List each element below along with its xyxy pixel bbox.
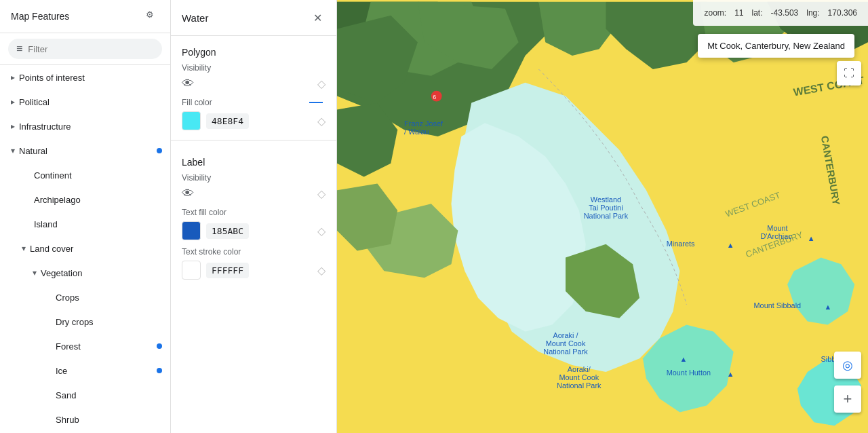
svg-text:▲: ▲: [825, 303, 832, 311]
svg-text:D'Archiac: D'Archiac: [760, 232, 792, 240]
sidebar-header: Map Features ⚙: [0, 0, 170, 33]
feature-panel: Water ✕ Polygon Visibility 👁 ◇ Fill colo…: [171, 0, 337, 433]
text-stroke-diamond[interactable]: ◇: [317, 264, 326, 277]
sidebar-item-points-of-interest[interactable]: ▸Points of interest: [0, 65, 170, 90]
sidebar-item-political[interactable]: ▸Political: [0, 90, 170, 114]
sidebar-item-continent[interactable]: Continent: [0, 163, 170, 187]
label-section-label: Label: [171, 146, 336, 170]
text-fill-color-swatch[interactable]: [182, 221, 201, 240]
fill-color-label: Fill color: [182, 98, 212, 107]
sidebar-item-island[interactable]: Island: [0, 212, 170, 236]
sidebar-item-natural[interactable]: ▾Natural: [0, 138, 170, 163]
zoom-label: zoom:: [704, 8, 726, 18]
fill-color-diamond[interactable]: ◇: [317, 115, 326, 128]
text-stroke-color-row: FFFFFF ◇: [171, 257, 336, 284]
zoom-in-button[interactable]: +: [834, 385, 861, 413]
sidebar-item-label: Natural: [19, 146, 47, 156]
close-button[interactable]: ✕: [309, 10, 326, 26]
sidebar-item-vegetation[interactable]: ▾Vegetation: [0, 261, 170, 285]
sidebar-item-sand[interactable]: Sand: [0, 383, 170, 407]
filter-input[interactable]: [28, 44, 154, 54]
filter-icon: ≡: [16, 43, 22, 55]
sidebar-item-dry-crops[interactable]: Dry crops: [0, 309, 170, 334]
svg-text:/ Waiau: / Waiau: [404, 128, 429, 136]
sidebar-item-label: Ice: [56, 366, 67, 376]
sidebar-item-label: Island: [34, 219, 58, 229]
fill-color-value[interactable]: 48E8F4: [206, 113, 249, 129]
map-topbar: zoom: 11 lat: -43.503 lng: 170.306: [693, 0, 868, 26]
svg-text:National Park: National Park: [584, 212, 629, 220]
sidebar-item-label: Infrastructure: [19, 121, 71, 132]
sidebar-item-crops[interactable]: Crops: [0, 285, 170, 309]
map-area[interactable]: zoom: 11 lat: -43.503 lng: 170.306 Mt Co…: [337, 0, 868, 433]
svg-text:National Park: National Park: [557, 381, 601, 390]
filter-input-wrap: ≡: [8, 39, 162, 59]
svg-text:Franz Josef: Franz Josef: [404, 119, 443, 128]
text-fill-color-value[interactable]: 185ABC: [206, 223, 249, 239]
lat-value: -43.503: [771, 8, 799, 18]
svg-text:National Park: National Park: [543, 347, 588, 356]
svg-text:Aoraki/: Aoraki/: [568, 365, 591, 373]
sidebar: Map Features ⚙ ≡ ▸Points of interest▸Pol…: [0, 0, 171, 433]
polygon-fill-color-row: 48E8F4 ◇: [171, 107, 336, 134]
sidebar-item-infrastructure[interactable]: ▸Infrastructure: [0, 114, 170, 138]
diamond-icon[interactable]: ◇: [317, 77, 326, 90]
panel-header: Water ✕: [171, 0, 336, 36]
nav-list: ▸Points of interest▸Political▸Infrastruc…: [0, 65, 170, 433]
lat-label: lat:: [752, 8, 763, 18]
svg-text:Mount Cook: Mount Cook: [559, 373, 599, 381]
arrow-icon: ▾: [11, 146, 15, 155]
label-visibility-row: 👁 ◇: [171, 183, 336, 205]
gear-icon[interactable]: ⚙: [146, 10, 159, 23]
svg-text:Mount Cook: Mount Cook: [546, 339, 586, 347]
polygon-visibility-row: 👁 ◇: [171, 73, 336, 95]
svg-text:Aoraki /: Aoraki /: [553, 331, 579, 339]
svg-text:▲: ▲: [808, 234, 815, 242]
svg-text:Westland: Westland: [591, 195, 621, 204]
arrow-icon: ▸: [11, 121, 15, 131]
sidebar-title: Map Features: [11, 11, 69, 22]
sidebar-item-label: Continent: [34, 170, 72, 181]
label-diamond-icon[interactable]: ◇: [317, 187, 326, 200]
svg-text:▲: ▲: [727, 241, 734, 249]
label-eye-icon[interactable]: 👁: [182, 187, 194, 201]
map-svg: WEST COAST WEST COAST CANTERBURY WEST CO…: [337, 0, 868, 433]
arrow-icon: ▾: [22, 244, 26, 253]
text-stroke-color-value[interactable]: FFFFFF: [206, 263, 249, 278]
polygon-visibility-label: Visibility: [171, 60, 336, 73]
svg-text:▲: ▲: [727, 370, 734, 378]
lng-value: 170.306: [828, 8, 857, 18]
sidebar-item-label: Political: [19, 97, 50, 107]
svg-text:Tai Poutini: Tai Poutini: [589, 204, 623, 212]
sidebar-item-label: Points of interest: [19, 73, 85, 83]
map-tooltip: Mt Cook, Canterbury, New Zealand: [698, 34, 854, 58]
sidebar-item-ice[interactable]: Ice: [0, 358, 170, 383]
sidebar-item-label: Forest: [56, 341, 81, 352]
text-fill-diamond[interactable]: ◇: [317, 225, 326, 238]
svg-text:▲: ▲: [679, 355, 687, 363]
text-stroke-color-swatch[interactable]: [182, 261, 201, 280]
svg-text:Mount Hutton: Mount Hutton: [667, 369, 711, 377]
text-fill-label: Text fill color: [171, 205, 336, 217]
modified-dot: [157, 368, 162, 373]
sidebar-item-land-cover[interactable]: ▾Land cover: [0, 236, 170, 261]
sidebar-item-label: Land cover: [30, 244, 73, 254]
panel-title: Water: [182, 12, 208, 24]
zoom-value: 11: [734, 8, 743, 18]
sidebar-item-archipelago[interactable]: Archipelago: [0, 187, 170, 212]
eye-icon[interactable]: 👁: [182, 77, 194, 91]
fill-color-swatch[interactable]: [182, 111, 201, 130]
sidebar-item-label: Archipelago: [34, 195, 81, 205]
lng-label: lng:: [806, 8, 819, 18]
filter-row: ≡: [0, 33, 170, 65]
arrow-icon: ▾: [33, 268, 37, 278]
fullscreen-button[interactable]: ⛶: [837, 61, 861, 86]
sidebar-item-label: Shrub: [56, 415, 79, 425]
sidebar-item-label: Dry crops: [56, 317, 94, 327]
location-button[interactable]: ◎: [834, 352, 861, 379]
sidebar-item-forest[interactable]: Forest: [0, 334, 170, 358]
sidebar-item-label: Vegetation: [41, 268, 82, 278]
fill-color-minus: [309, 102, 323, 103]
sidebar-item-shrub[interactable]: Shrub: [0, 407, 170, 432]
text-fill-color-row: 185ABC ◇: [171, 217, 336, 244]
